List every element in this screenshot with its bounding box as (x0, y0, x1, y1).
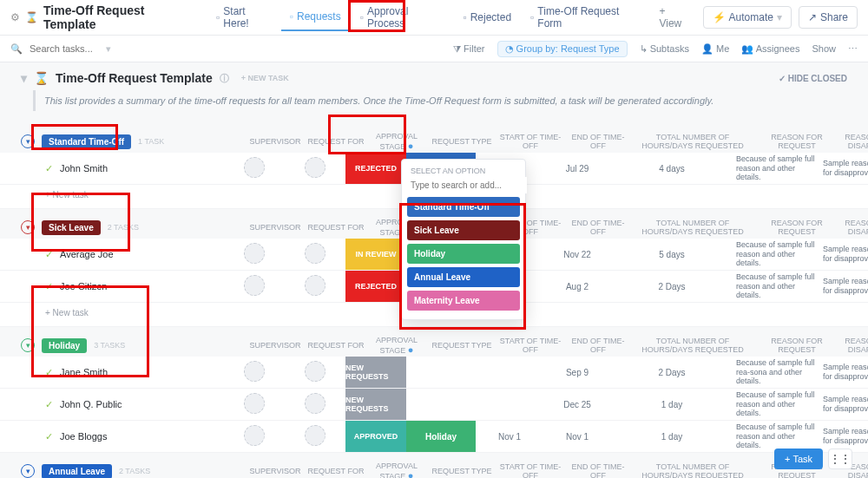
topbar: ⚙⌛Time-Off Request Template▫Start Here!▫… (0, 0, 868, 36)
search[interactable]: 🔍▾ (10, 43, 123, 55)
tab-icon: ▫ (290, 10, 293, 23)
col-reason[interactable]: REASON FOR REQUEST (753, 337, 840, 354)
end-date: Jul 29 (543, 164, 611, 174)
tab-requests[interactable]: ▫Requests (281, 3, 350, 31)
add-view[interactable]: + View (650, 0, 697, 36)
group-pill[interactable]: Annual Leave (42, 464, 112, 479)
col-request-type[interactable]: REQUEST TYPE (427, 467, 496, 475)
col-request-type[interactable]: REQUEST TYPE (427, 137, 496, 146)
avatar-placeholder[interactable] (305, 393, 326, 414)
col-end[interactable]: END OF TIME-OFF (564, 133, 632, 150)
sort-icon[interactable]: ● (408, 470, 414, 478)
approval-stage-badge[interactable]: IN REVIEW (345, 239, 406, 270)
col-request-for[interactable]: REQUEST FOR (306, 137, 366, 146)
col-total[interactable]: TOTAL NUMBER OF HOURS/DAYS REQUESTED (632, 219, 753, 236)
col-reason[interactable]: REASON FOR REQUEST (753, 133, 840, 150)
collapse-icon[interactable]: ▾ (21, 338, 35, 352)
col-approval-stage[interactable]: APPROVAL STAGE ● (366, 132, 427, 151)
dropdown-option[interactable]: Maternity Leave (407, 291, 520, 311)
more-icon[interactable]: ⋯ (848, 43, 858, 55)
avatar-placeholder[interactable] (305, 243, 326, 264)
approval-stage-badge[interactable]: NEW REQUESTS (345, 389, 406, 420)
search-input[interactable] (28, 43, 101, 55)
col-start[interactable]: START OF TIME-OFF (496, 337, 564, 354)
approval-stage-badge[interactable]: REJECTED (345, 153, 406, 184)
col-total[interactable]: TOTAL NUMBER OF HOURS/DAYS REQUESTED (632, 337, 753, 354)
approval-stage-badge[interactable]: APPROVED (345, 421, 406, 452)
group-pill[interactable]: Sick Leave (42, 220, 101, 235)
dropdown-option[interactable]: Standard Time-Off (407, 197, 520, 217)
col-supervisor[interactable]: SUPERVISOR (245, 341, 306, 350)
tab-rejected[interactable]: ▫Rejected (454, 4, 520, 30)
avatar-placeholder[interactable] (244, 243, 265, 264)
col-disapprove[interactable]: REASON FOR DISAPPROV (840, 133, 868, 150)
subtasks-button[interactable]: ↳ Subtasks (640, 43, 689, 55)
col-request-for[interactable]: REQUEST FOR (306, 223, 366, 232)
task-row[interactable]: ✓Joe BloggsAPPROVEDHolidayNov 1Nov 11 da… (0, 421, 868, 453)
automate-button[interactable]: ⚡Automate▾ (703, 6, 792, 29)
tab-start-here-[interactable]: ▫Start Here! (207, 0, 279, 36)
avatar-placeholder[interactable] (305, 275, 326, 296)
me-button[interactable]: 👤 Me (701, 43, 729, 55)
col-total[interactable]: TOTAL NUMBER OF HOURS/DAYS REQUESTED (632, 133, 753, 150)
info-icon[interactable]: ⓘ (220, 72, 229, 85)
col-approval-stage[interactable]: APPROVAL STAGE ● (366, 462, 427, 478)
collapse-icon[interactable]: ▾ (21, 464, 35, 478)
avatar-placeholder[interactable] (305, 361, 326, 382)
chevron-down-icon[interactable]: ▾ (21, 71, 27, 85)
view-tabs: ▫Start Here!▫Requests▫Approval Process▫R… (207, 0, 698, 36)
dropdown-search-input[interactable] (407, 177, 527, 193)
approval-stage-badge[interactable]: NEW REQUESTS (345, 357, 406, 388)
gear-icon[interactable]: ⚙ (10, 11, 20, 23)
col-supervisor[interactable]: SUPERVISOR (245, 223, 306, 232)
apps-icon[interactable]: ⋮⋮ (828, 449, 852, 469)
col-end[interactable]: END OF TIME-OFF (564, 337, 632, 354)
col-disapprove[interactable]: REASON FOR DISAPPROV (840, 337, 868, 354)
col-end[interactable]: END OF TIME-OFF (564, 219, 632, 236)
group-pill[interactable]: Holiday (42, 338, 87, 353)
tab-approval-process[interactable]: ▫Approval Process (352, 0, 453, 36)
col-request-for[interactable]: REQUEST FOR (306, 467, 366, 475)
tab-time-off-request-form[interactable]: ▫Time-Off Request Form (522, 0, 648, 36)
new-task-fab[interactable]: + Task (774, 449, 823, 469)
col-total[interactable]: TOTAL NUMBER OF HOURS/DAYS REQUESTED (632, 462, 753, 478)
col-start[interactable]: START OF TIME-OFF (496, 133, 564, 150)
col-end[interactable]: END OF TIME-OFF (564, 462, 632, 478)
new-task-header[interactable]: + NEW TASK (241, 74, 289, 82)
collapse-icon[interactable]: ▾ (21, 220, 35, 234)
col-request-type[interactable]: REQUEST TYPE (427, 341, 496, 350)
col-start[interactable]: START OF TIME-OFF (496, 462, 564, 478)
dropdown-option[interactable]: Sick Leave (407, 220, 520, 240)
share-button[interactable]: ↗Share (799, 6, 858, 29)
avatar-placeholder[interactable] (244, 275, 265, 296)
task-row[interactable]: ✓Jane SmithNEW REQUESTSSep 92 DaysBecaus… (0, 357, 868, 389)
avatar-placeholder[interactable] (244, 393, 265, 414)
groupby-button[interactable]: ◔ Group by: Request Type (497, 41, 628, 57)
col-disapprove[interactable]: REASON FOR DISAPPROV (840, 219, 868, 236)
col-supervisor[interactable]: SUPERVISOR (245, 137, 306, 146)
col-approval-stage[interactable]: APPROVAL STAGE ● (366, 336, 427, 355)
request-type-badge[interactable]: Holiday (406, 421, 476, 452)
avatar-placeholder[interactable] (244, 425, 265, 446)
task-row[interactable]: ✓John Q. PublicNEW REQUESTSDec 251 dayBe… (0, 389, 868, 421)
dropdown-option[interactable]: Annual Leave (407, 267, 520, 287)
assignees-button[interactable]: 👥 Assignees (741, 43, 799, 55)
show-button[interactable]: Show (812, 43, 836, 54)
avatar-placeholder[interactable] (244, 157, 265, 178)
avatar-placeholder[interactable] (305, 157, 326, 178)
dropdown-option[interactable]: Holiday (407, 244, 520, 264)
col-request-for[interactable]: REQUEST FOR (306, 341, 366, 350)
sort-icon[interactable]: ● (408, 344, 414, 355)
hide-closed-toggle[interactable]: ✓ HIDE CLOSED (779, 74, 847, 83)
col-supervisor[interactable]: SUPERVISOR (245, 467, 306, 475)
avatar-placeholder[interactable] (305, 425, 326, 446)
approval-stage-badge[interactable]: REJECTED (345, 271, 406, 302)
collapse-icon[interactable]: ▾ (21, 134, 35, 148)
avatar-placeholder[interactable] (244, 361, 265, 382)
request-type-dropdown[interactable]: SELECT AN OPTIONStandard Time-OffSick Le… (401, 159, 526, 320)
group-pill[interactable]: Standard Time-Off (42, 134, 131, 149)
col-reason[interactable]: REASON FOR REQUEST (753, 219, 840, 236)
chevron-down-icon[interactable]: ▾ (106, 43, 111, 55)
sort-icon[interactable]: ● (408, 141, 414, 151)
filter-button[interactable]: ⧩ Filter (453, 43, 485, 55)
